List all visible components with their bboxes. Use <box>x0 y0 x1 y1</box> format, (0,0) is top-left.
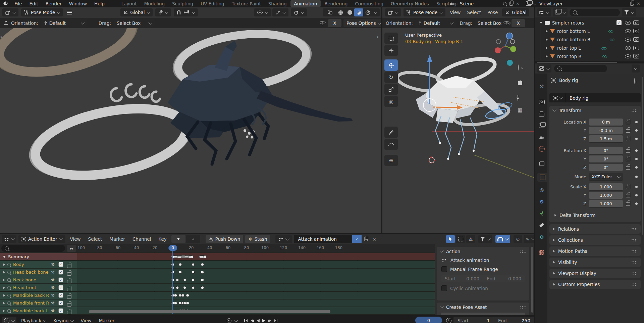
channel-row[interactable]: Body⚒✓ <box>0 261 435 268</box>
orientation-select[interactable]: Default <box>41 19 87 27</box>
keyframe-dot[interactable] <box>178 271 182 274</box>
location-y-field[interactable]: -0.3 m <box>589 127 623 134</box>
frame-start-field[interactable]: Start1 <box>453 317 494 323</box>
object-id-dropdown[interactable] <box>549 93 566 102</box>
channel-enable-checkbox[interactable]: ✓ <box>59 278 63 282</box>
tab-data-armature[interactable] <box>537 209 546 218</box>
show-errors-toggle[interactable]: ⚠ <box>466 235 475 243</box>
wrench-icon[interactable]: ⚒ <box>51 278 55 282</box>
animate-dot[interactable] <box>635 194 638 196</box>
scene-unlink-icon[interactable]: × <box>516 1 520 6</box>
manual-frame-range-checkbox[interactable] <box>441 266 447 272</box>
tool-transform[interactable]: ◎ <box>384 96 398 107</box>
menu-marker[interactable]: Marker <box>96 318 117 323</box>
shading-material-icon[interactable] <box>354 8 363 16</box>
menu-edit[interactable]: Edit <box>26 1 42 6</box>
lock-icon[interactable] <box>626 158 630 161</box>
drag-handle-icon[interactable] <box>631 109 637 112</box>
animate-dot[interactable] <box>635 129 638 132</box>
tab-constraints[interactable]: ⚙ <box>537 197 546 206</box>
editor-type-button[interactable] <box>385 8 401 16</box>
properties-scrollbar[interactable] <box>642 77 643 235</box>
animate-dot[interactable] <box>635 138 638 140</box>
channel-name[interactable]: Mandible front R <box>13 301 49 306</box>
menu-render[interactable]: Render <box>42 1 65 6</box>
pin-icon[interactable] <box>7 270 11 274</box>
drag-handle-icon[interactable] <box>631 261 637 264</box>
disable-render-icon[interactable] <box>633 37 639 42</box>
tool-annotate[interactable] <box>384 127 398 138</box>
action-id-dropdown[interactable] <box>275 235 292 243</box>
tab-physics[interactable]: ◎ <box>537 185 546 194</box>
animate-dot[interactable] <box>635 202 638 205</box>
auto-keying-icon[interactable] <box>227 318 231 323</box>
channel-row[interactable]: Neck bone⚒✓ <box>0 276 435 283</box>
tool-cursor[interactable] <box>384 45 398 56</box>
tab-object-active[interactable] <box>537 173 547 182</box>
filter-dropdown[interactable] <box>478 235 492 243</box>
prev-keyframe-button[interactable] <box>251 319 254 322</box>
transform-orientation-select[interactable]: Global <box>502 8 529 16</box>
view-layer-icon[interactable] <box>526 1 531 6</box>
channel-lock-icon[interactable] <box>67 295 71 299</box>
sidebar-expand-icon[interactable]: ◂ <box>376 35 378 39</box>
playback-menu[interactable]: Playback <box>18 318 49 323</box>
keying-menu[interactable]: Keying <box>51 318 76 323</box>
editor-type-button[interactable] <box>2 8 18 16</box>
keyframe-dot[interactable] <box>201 263 204 266</box>
keyframe-dot[interactable] <box>174 302 177 305</box>
panel-title[interactable]: Transform <box>559 108 581 113</box>
lock-icon[interactable] <box>626 129 630 133</box>
pin-icon[interactable] <box>7 308 11 313</box>
workspace-tab-rendering[interactable]: Rendering <box>321 1 351 6</box>
outliner-item-row[interactable]: rotor bottom L ◇◇ <box>535 27 644 35</box>
keyframe-dot[interactable] <box>183 286 186 289</box>
rotation-x-field[interactable]: 0° <box>589 147 623 154</box>
cyclic-animation-checkbox[interactable] <box>441 285 447 291</box>
only-show-selected-toggle[interactable] <box>456 235 465 243</box>
panel-visibility[interactable]: Visibility <box>549 258 641 267</box>
pin-icon[interactable] <box>7 285 11 290</box>
pin-icon[interactable] <box>7 293 11 297</box>
scale-z-field[interactable]: 1.000 <box>589 200 623 207</box>
only-selected-toggle[interactable] <box>446 235 455 243</box>
workspace-tab-layout[interactable]: Layout <box>118 1 141 6</box>
tab-render[interactable] <box>537 97 546 106</box>
dope-sheet-h-scrollbar[interactable] <box>89 310 330 313</box>
shading-dropdown-icon[interactable] <box>374 10 377 14</box>
mode-select[interactable]: Pose Mode <box>21 8 63 16</box>
location-z-field[interactable]: 1.5 m <box>589 135 623 142</box>
channel-row[interactable]: Head front⚒✓ <box>0 284 435 291</box>
wrench-icon[interactable]: ⚒ <box>51 285 55 290</box>
tab-tool[interactable]: ⚒ <box>537 82 546 91</box>
channel-name[interactable]: Head front <box>13 285 36 290</box>
snap-dropdown[interactable] <box>495 235 510 243</box>
menu-select[interactable]: Select <box>86 236 105 242</box>
workspace-tab-uv-editing[interactable]: UV Editing <box>197 1 228 6</box>
rotation-y-field[interactable]: 0° <box>589 155 623 163</box>
cyclic-animation-label[interactable]: Cyclic Animation <box>450 286 488 291</box>
toolbar-expand-icon[interactable]: ▸ <box>1 35 3 39</box>
mode-select[interactable]: Pose Mode <box>404 8 445 16</box>
outliner-item-row[interactable]: rotor bottom R ◇◇ <box>535 35 644 44</box>
delta-transform-subpanel[interactable]: Delta Transform <box>554 212 595 219</box>
keyframe-dot[interactable] <box>183 278 186 282</box>
fake-user-toggle[interactable]: ✓ <box>352 235 362 243</box>
scene-selector[interactable]: Scene <box>449 0 474 7</box>
menu-view[interactable]: View <box>67 236 84 242</box>
frame-end-field[interactable]: End250 <box>494 317 534 323</box>
collection-name[interactable]: Simpler rotors <box>552 20 584 26</box>
channel-row[interactable]: Mandible front R⚒✓ <box>0 299 435 307</box>
jump-to-end-button[interactable] <box>274 319 278 322</box>
disable-render-icon[interactable] <box>633 46 639 50</box>
sidebar-action-name[interactable]: Attack animation <box>450 258 489 263</box>
expand-width-button[interactable]: ↔ <box>67 245 76 252</box>
drag-handle-icon[interactable] <box>520 306 526 309</box>
transform-orientation-select[interactable]: Global <box>120 8 153 16</box>
tab-bone-constraint[interactable]: ⚙ <box>537 233 546 241</box>
play-reverse-button[interactable] <box>257 319 260 322</box>
wrench-icon[interactable]: ⚒ <box>51 270 55 275</box>
hide-viewport-icon[interactable] <box>625 21 631 25</box>
scene-pin-icon[interactable] <box>502 1 507 6</box>
outliner-item-row[interactable]: rotor top R ◇◇ <box>535 52 644 60</box>
